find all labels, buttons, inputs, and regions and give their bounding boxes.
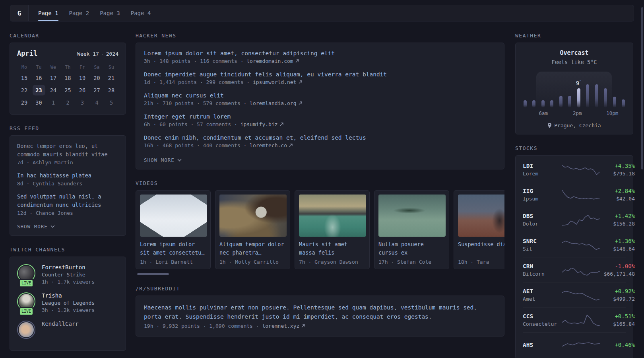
weather-hour-bar — [559, 96, 563, 107]
stock-row[interactable]: IIGIpsum+2.84%$42.04 — [523, 182, 626, 207]
stock-row[interactable]: LDILorem+4.35%$795.18 — [523, 157, 626, 182]
videos-scrollbar[interactable] — [137, 273, 169, 275]
chevron-down-icon — [50, 225, 55, 228]
twitch-channel-info: TrishaLeague of Legends3h · 1.2k viewers — [42, 292, 95, 313]
sparkline-chart — [562, 338, 600, 352]
external-link-icon — [299, 80, 302, 84]
video-title[interactable]: Aliquam tempor dolor nec pharetra… — [219, 240, 286, 257]
location-pin-icon — [547, 123, 552, 128]
weather-hour-label: 10pm — [606, 110, 618, 116]
rss-show-more-button[interactable]: SHOW MORE — [17, 224, 55, 230]
stock-row[interactable]: CRNBitcorn-1.00%$66,171.48 — [523, 257, 626, 282]
item-meta-text: 6h · 60 points · 57 comments · — [144, 121, 237, 127]
item-domain-link[interactable]: loremtech.co — [246, 142, 287, 148]
hacker-news-item-title[interactable]: Integer eget rutrum lorem — [144, 113, 496, 120]
rss-item-title[interactable]: Sed volutpat nulla nisl, a condimentum n… — [17, 193, 118, 209]
sparkline-chart — [562, 162, 600, 177]
item-domain-link[interactable]: loremlandia.org — [246, 100, 296, 106]
twitch-channel-name[interactable]: ForrestBurton — [42, 264, 95, 270]
app-logo[interactable]: G — [10, 5, 29, 21]
calendar-day-name: Tu — [32, 63, 46, 72]
stock-name: Lorem — [523, 171, 562, 177]
tab-page-3[interactable]: Page 3 — [100, 5, 120, 21]
stock-name: Ipsum — [523, 196, 562, 202]
hacker-news-item-meta: 3h · 148 points · 116 comments · loremdo… — [144, 58, 496, 64]
calendar-day-name: Fr — [75, 63, 89, 72]
weather-hour-bar — [568, 96, 571, 107]
item-meta-text: 19h · 9,932 points · 1,090 comments · — [144, 323, 259, 329]
tab-page-4[interactable]: Page 4 — [131, 5, 151, 21]
stock-info: DBSDolor — [523, 213, 562, 227]
stock-name: Dolor — [523, 221, 562, 227]
twitch-channel-name[interactable]: KendallCarr — [42, 321, 79, 327]
hacker-news-widget: HACKER NEWS Lorem ipsum dolor sit amet, … — [136, 33, 504, 169]
item-meta-text: 21h · 710 points · 579 comments · — [144, 100, 246, 106]
stock-row[interactable]: SNRCSit+1.36%$148.64 — [523, 232, 626, 257]
item-domain-link[interactable]: loremdomain.com — [243, 58, 293, 64]
twitch-channel-row[interactable]: LIVETrishaLeague of Legends3h · 1.2k vie… — [17, 292, 118, 313]
calendar-day-name: Mo — [17, 63, 31, 72]
video-title[interactable]: Mauris sit amet massa felis — [299, 240, 365, 257]
rss-item-title[interactable]: In hac habitasse platea — [17, 171, 118, 180]
hacker-news-item-title[interactable]: Donec enim nibh, condimentum et accumsan… — [144, 134, 496, 141]
video-thumbnail[interactable] — [458, 195, 504, 237]
item-domain-link[interactable]: ipsumify.biz — [237, 121, 278, 127]
video-thumbnail[interactable] — [299, 195, 366, 237]
video-title[interactable]: Lorem ipsum dolor sit amet consectetu… — [140, 240, 206, 257]
stock-values: +1.36%$148.64 — [600, 238, 635, 252]
stock-row[interactable]: AHS+0.46% — [523, 332, 626, 357]
video-title[interactable]: Suspendisse diam — [458, 240, 504, 257]
stock-change: +1.42% — [600, 213, 635, 219]
item-domain-link[interactable]: loremnet.xyz — [259, 323, 300, 329]
rss-item-title[interactable]: Donec tempor eros leo, ut commodo mauris… — [17, 142, 118, 159]
hacker-news-show-more-button[interactable]: SHOW MORE — [144, 157, 182, 163]
stock-values: +2.84%$42.04 — [600, 188, 635, 202]
weather-condition: Overcast — [523, 49, 626, 56]
external-link-icon — [301, 324, 305, 328]
stock-sparkline — [562, 288, 600, 302]
rss-item-meta: 12d · Chance Jones — [17, 210, 118, 216]
video-thumbnail[interactable] — [140, 195, 207, 237]
weather-hour-label: 2pm — [573, 110, 582, 116]
twitch-channel-name[interactable]: Trisha — [42, 292, 95, 299]
right-column: WEATHER Overcast Feels like 5°C 9° 6am2p… — [515, 33, 633, 358]
left-column: CALENDAR April Week 17·2024 MoTuWeThFrSa… — [10, 33, 126, 358]
calendar-day: 25 — [61, 84, 75, 96]
stock-sparkline — [562, 263, 600, 277]
sparkline-chart — [562, 263, 600, 277]
stock-row[interactable]: AETAmet+0.92%$499.72 — [523, 282, 626, 307]
hacker-news-item-title[interactable]: Aliquam nec cursus elit — [144, 92, 496, 99]
hacker-news-item-title[interactable]: Lorem ipsum dolor sit amet, consectetur … — [144, 50, 496, 56]
stock-values: +0.46% — [600, 342, 635, 348]
item-domain-link[interactable]: ipsumworld.net — [250, 79, 296, 85]
video-card: Nullam posuere cursus ex17h · Stefan Col… — [374, 190, 449, 269]
hacker-news-card: Lorem ipsum dolor sit amet, consectetur … — [136, 43, 504, 169]
videos-section-title: VIDEOS — [136, 180, 504, 186]
twitch-avatar-wrap — [17, 321, 35, 339]
video-thumbnail[interactable] — [219, 195, 287, 237]
twitch-channel-row[interactable]: LIVEForrestBurtonCounter-Strike1h · 1.7k… — [17, 264, 118, 285]
weather-hour-labels: 6am2pm10pm — [523, 110, 626, 117]
tab-page-1[interactable]: Page 1 — [38, 5, 58, 21]
calendar-day: 28 — [104, 84, 118, 96]
twitch-channel-row[interactable]: KendallCarr — [17, 321, 118, 339]
subreddit-post-title[interactable]: Maecenas mollis pulvinar erat non posuer… — [144, 303, 496, 321]
weather-hour-bar: 9° — [577, 88, 580, 107]
stock-symbol: AHS — [523, 342, 562, 348]
stock-row[interactable]: CCSConsectetur+0.51%$165.84 — [523, 307, 626, 332]
twitch-channel-category: League of Legends — [42, 300, 95, 306]
video-meta: 1h · Lori Barnett — [140, 259, 206, 265]
avatar — [17, 321, 35, 339]
rss-item: Sed volutpat nulla nisl, a condimentum n… — [17, 193, 118, 216]
hacker-news-item-title[interactable]: Donec imperdiet augue tincidunt felis al… — [144, 71, 496, 78]
video-meta: 18h · Tara — [458, 259, 504, 265]
chevron-down-icon — [177, 159, 182, 161]
video-thumbnail[interactable] — [378, 195, 446, 237]
page-scrollbar[interactable] — [641, 7, 643, 169]
stock-symbol: LDI — [523, 163, 562, 169]
tab-page-2[interactable]: Page 2 — [69, 5, 89, 21]
video-title[interactable]: Nullam posuere cursus ex — [378, 240, 445, 257]
twitch-section-title: TWITCH CHANNELS — [10, 247, 126, 253]
stock-row[interactable]: DBSDolor+1.42%$156.28 — [523, 207, 626, 232]
item-meta-text: 3h · 148 points · 116 comments · — [144, 58, 243, 64]
